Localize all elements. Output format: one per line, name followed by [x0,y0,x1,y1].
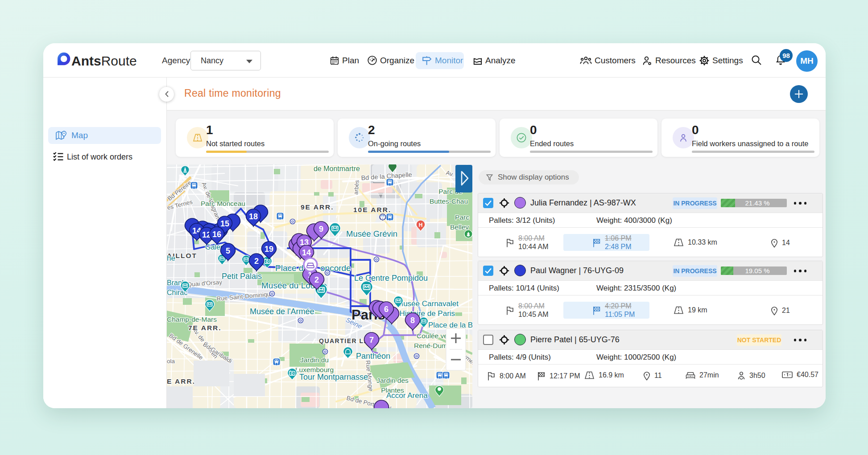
svg-text:arbès: arbès [352,180,360,195]
svg-text:2: 2 [314,275,319,284]
svg-text:ola: ola [167,358,175,365]
svg-text:Accor Arena: Accor Arena [386,391,428,400]
svg-text:- Histoire de Paris: - Histoire de Paris [395,309,455,318]
svg-text:7E ARR.: 7E ARR. [188,324,222,332]
svg-text:Jardin des: Jardin des [376,377,409,384]
svg-text:6: 6 [384,305,389,314]
svg-text:Musée Carnavalet: Musée Carnavalet [397,299,459,308]
svg-text:he: he [167,254,175,262]
svg-text:H: H [419,222,423,228]
svg-text:de Montmartre: de Montmartre [314,165,360,172]
svg-text:Place de la Ba: Place de la Ba [428,321,472,329]
svg-text:Bellev: Bellev [450,223,469,231]
svg-text:9: 9 [319,225,323,234]
svg-text:10E ARR.: 10E ARR. [353,206,391,213]
svg-text:Buttes-Chau: Buttes-Chau [430,197,468,205]
svg-text:2: 2 [254,257,259,266]
svg-text:Petit Palais: Petit Palais [222,272,262,281]
svg-text:Musée de l'Armée: Musée de l'Armée [250,307,314,316]
svg-text:oncorde: oncorde [320,263,351,273]
svg-text:14: 14 [302,248,311,257]
svg-text:Jardin du: Jardin du [300,356,329,364]
svg-text:5: 5 [226,246,230,255]
svg-text:Parc Monceau: Parc Monceau [201,200,245,207]
svg-text:E ARR.: E ARR. [167,377,195,385]
svg-text:16: 16 [212,230,221,239]
svg-text:Musée Grévin: Musée Grévin [346,229,397,238]
svg-text:Parc: Parc [455,213,469,221]
svg-text:19: 19 [265,245,273,254]
svg-text:15: 15 [220,219,229,228]
svg-text:8: 8 [410,316,415,325]
svg-text:Panthéon: Panthéon [356,352,390,361]
svg-text:7: 7 [369,336,374,344]
svg-text:18: 18 [249,212,258,221]
svg-text:Champ-de-Mars: Champ-de-Mars [167,316,217,323]
svg-text:Tour Montparnasse: Tour Montparnasse [299,373,368,381]
svg-text:9E ARR.: 9E ARR. [301,203,334,211]
